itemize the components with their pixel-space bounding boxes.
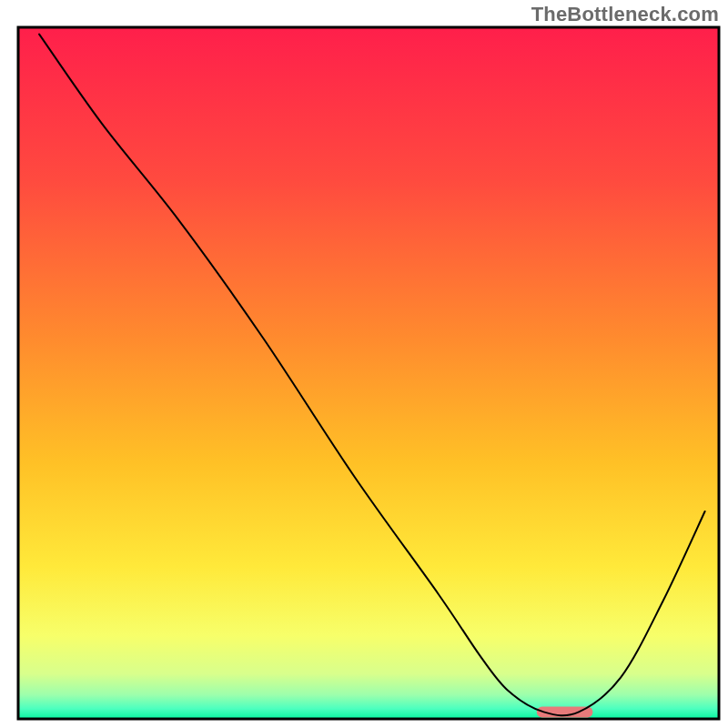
plot-area <box>18 27 719 719</box>
chart-stage: TheBottleneck.com <box>0 0 728 728</box>
bottleneck-chart <box>0 0 728 728</box>
gradient-background <box>18 27 719 719</box>
